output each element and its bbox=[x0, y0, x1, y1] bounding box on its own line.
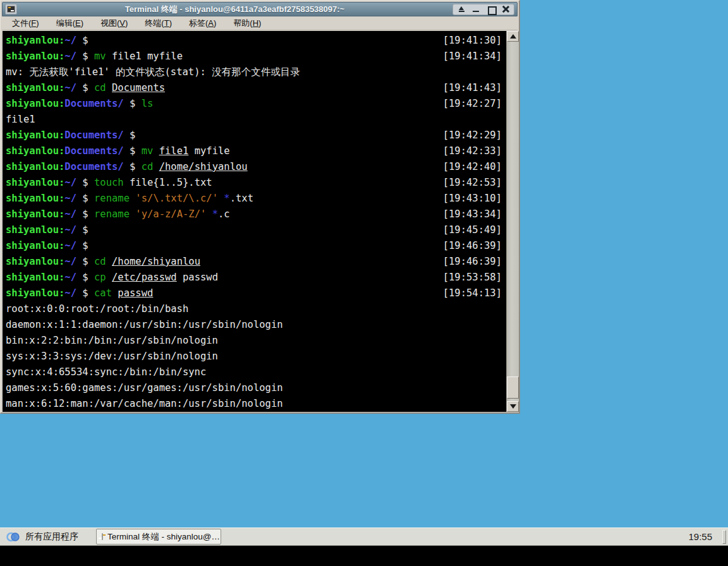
terminal-segment: bin:x:2:2:bin:/bin:/usr/sbin/nologin bbox=[6, 335, 218, 346]
terminal-line: sync:x:4:65534:sync:/bin:/bin/sync bbox=[6, 364, 502, 380]
terminal-segment: 's/\.txt/\.c/' bbox=[135, 193, 218, 204]
terminal-segment: $ bbox=[76, 35, 88, 46]
terminal-segment: ~/ bbox=[64, 82, 76, 93]
terminal-segment: games:x:5:60:games:/usr/games:/usr/sbin/… bbox=[6, 382, 283, 394]
timestamp: [19:41:30] bbox=[443, 33, 502, 49]
terminal-segment bbox=[130, 193, 135, 204]
window-menu-button[interactable] bbox=[5, 4, 17, 15]
scroll-up-button[interactable] bbox=[507, 31, 519, 42]
terminal-line: shiyanlou:~/ $ cd /home/shiyanlou[19:46:… bbox=[6, 254, 502, 270]
terminal-segment: .txt bbox=[230, 193, 253, 204]
terminal-segment: file1 bbox=[6, 114, 35, 125]
terminal-segment: ~/ bbox=[64, 193, 76, 204]
terminal-segment: passwd bbox=[177, 272, 218, 283]
scroll-down-button[interactable] bbox=[507, 401, 519, 412]
menu-item[interactable]: 视图(V) bbox=[100, 18, 128, 29]
shade-icon[interactable] bbox=[458, 6, 465, 13]
terminal-segment: shiyanlou: bbox=[6, 240, 64, 251]
terminal-segment: file{1..5}.txt bbox=[124, 177, 212, 188]
terminal-segment: ~/ bbox=[64, 240, 76, 251]
window-title: Terminal 终端 - shiyanlou@6411a7a3eafbf275… bbox=[17, 4, 452, 15]
terminal-segment: shiyanlou: bbox=[6, 224, 64, 236]
terminal-line: root:x:0:0:root:/root:/bin/bash bbox=[6, 301, 502, 317]
terminal-segment: touch bbox=[94, 177, 124, 188]
terminal-segment: sync:x:4:65534:sync:/bin:/bin/sync bbox=[6, 366, 206, 378]
terminal-segment: ~/ bbox=[64, 208, 76, 220]
terminal-segment: ~/ bbox=[64, 224, 76, 236]
taskbar: 所有应用程序 Terminal 终端 - shiyanlou@… 19:55 bbox=[0, 527, 728, 546]
menu-item[interactable]: 帮助(H) bbox=[233, 18, 261, 29]
terminal-line: shiyanlou:~/ $ mv file1 myfile[19:41:34] bbox=[6, 49, 502, 64]
terminal-segment: $ bbox=[76, 256, 94, 267]
terminal-segment: shiyanlou: bbox=[6, 35, 64, 46]
terminal-segment: shiyanlou: bbox=[6, 177, 64, 188]
window-controls bbox=[452, 4, 514, 15]
taskbar-window-label: Terminal 终端 - shiyanlou@… bbox=[107, 531, 220, 543]
terminal-segment: shiyanlou: bbox=[6, 145, 64, 157]
scrollbar[interactable] bbox=[506, 31, 519, 412]
terminal-segment: myfile bbox=[188, 145, 229, 157]
timestamp: [19:42:33] bbox=[443, 143, 502, 159]
terminal-segment: cat bbox=[94, 287, 112, 299]
timestamp: [19:54:13] bbox=[443, 286, 502, 301]
terminal-segment: mv bbox=[142, 145, 154, 157]
terminal-segment: Documents/ bbox=[64, 161, 123, 172]
minimize-icon[interactable] bbox=[473, 6, 480, 13]
terminal-segment bbox=[153, 161, 159, 172]
terminal-segment: shiyanlou: bbox=[6, 82, 64, 93]
terminal-segment: shiyanlou: bbox=[6, 161, 64, 172]
scrollbar-thumb[interactable] bbox=[507, 376, 519, 399]
all-applications-label: 所有应用程序 bbox=[25, 531, 78, 543]
terminal-segment: rename bbox=[94, 193, 130, 204]
timestamp: [19:46:39] bbox=[443, 254, 502, 270]
timestamp: [19:45:49] bbox=[443, 222, 502, 238]
terminal-segment: man:x:6:12:man:/var/cache/man:/usr/sbin/… bbox=[6, 398, 283, 409]
terminal-segment: $ bbox=[124, 129, 136, 141]
maximize-icon[interactable] bbox=[487, 6, 494, 13]
terminal-segment: shiyanlou: bbox=[6, 129, 64, 141]
taskbar-window-button[interactable]: Terminal 终端 - shiyanlou@… bbox=[96, 529, 221, 545]
terminal-segment: /home/shiyanlou bbox=[159, 161, 248, 172]
terminal-segment: shiyanlou: bbox=[6, 208, 64, 220]
menu-item[interactable]: 编辑(E) bbox=[56, 18, 83, 29]
terminal-line: shiyanlou:~/ $ cd Documents[19:41:43] bbox=[6, 80, 502, 96]
terminal-segment bbox=[112, 287, 118, 299]
terminal-segment: * bbox=[212, 208, 218, 220]
close-icon[interactable] bbox=[502, 6, 509, 13]
panel-handle[interactable] bbox=[722, 530, 726, 544]
menu-item[interactable]: 标签(A) bbox=[189, 18, 216, 29]
menu-item[interactable]: 文件(F) bbox=[12, 18, 39, 29]
arrow-down-icon bbox=[510, 404, 516, 409]
terminal-segment bbox=[218, 193, 224, 204]
terminal-line: sys:x:3:3:sys:/dev:/usr/sbin/nologin bbox=[6, 349, 502, 364]
terminal-segment: /etc/passwd bbox=[112, 272, 177, 283]
timestamp: [19:46:39] bbox=[443, 238, 502, 254]
terminal-segment: file1 bbox=[159, 145, 189, 157]
terminal-segment: * bbox=[224, 193, 229, 204]
timestamp: [19:42:40] bbox=[443, 159, 502, 175]
terminal-line: file1 bbox=[6, 112, 502, 128]
terminal-segment: $ bbox=[76, 193, 94, 204]
terminal-segment bbox=[106, 82, 112, 93]
menu-item[interactable]: 终端(T) bbox=[145, 18, 172, 29]
terminal-segment: shiyanlou: bbox=[6, 51, 64, 62]
title-bar[interactable]: Terminal 终端 - shiyanlou@6411a7a3eafbf275… bbox=[2, 2, 518, 16]
terminal-segment: sys:x:3:3:sys:/dev:/usr/sbin/nologin bbox=[6, 351, 218, 362]
timestamp: [19:41:34] bbox=[443, 49, 502, 64]
terminal-segment: $ bbox=[76, 287, 94, 299]
terminal-segment: Documents/ bbox=[64, 145, 123, 157]
menu-bar: 文件(F)编辑(E)视图(V)终端(T)标签(A)帮助(H) bbox=[2, 17, 518, 30]
all-applications-button[interactable]: 所有应用程序 bbox=[0, 528, 86, 545]
terminal-output[interactable]: shiyanlou:~/ $[19:41:30]shiyanlou:~/ $ m… bbox=[3, 31, 506, 412]
terminal-line: shiyanlou:~/ $[19:45:49] bbox=[6, 222, 502, 238]
timestamp: [19:42:27] bbox=[443, 96, 502, 112]
terminal-segment: cd bbox=[94, 82, 106, 93]
timestamp: [19:43:10] bbox=[443, 191, 502, 207]
terminal-segment: $ bbox=[76, 240, 88, 251]
arrow-up-icon bbox=[510, 34, 516, 39]
terminal-segment: $ bbox=[76, 208, 94, 220]
terminal-segment: ~/ bbox=[64, 272, 76, 283]
terminal-line: bin:x:2:2:bin:/bin:/usr/sbin/nologin bbox=[6, 333, 502, 349]
terminal-segment: ~/ bbox=[64, 256, 76, 267]
terminal-segment: $ bbox=[124, 161, 142, 172]
